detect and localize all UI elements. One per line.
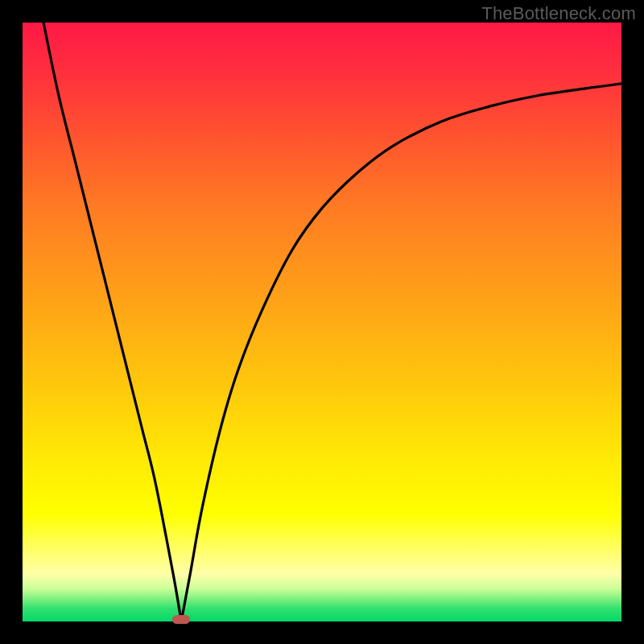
minimum-marker (172, 615, 190, 624)
bottleneck-curve (23, 23, 621, 621)
curve-left-branch (43, 23, 181, 621)
curve-right-branch (181, 84, 621, 621)
watermark-text: TheBottleneck.com (481, 3, 636, 24)
chart-frame: TheBottleneck.com (0, 0, 644, 644)
plot-area (23, 23, 621, 621)
